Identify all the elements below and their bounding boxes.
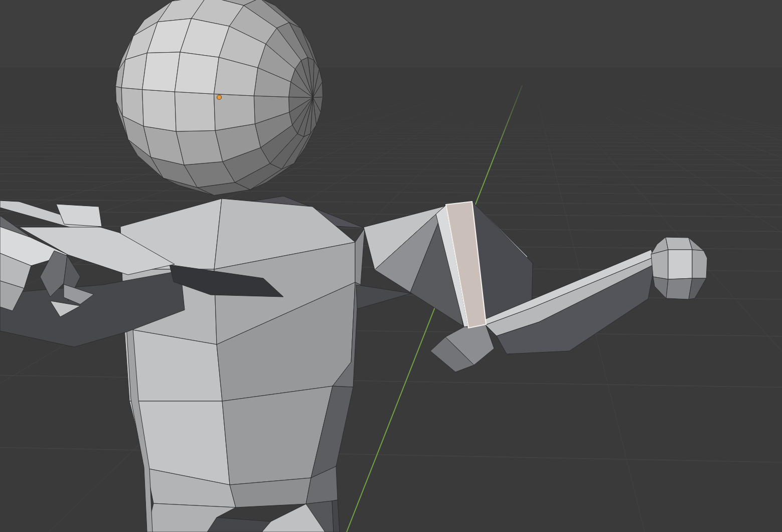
- head-face[interactable]: [176, 130, 223, 165]
- fist-top[interactable]: [666, 237, 692, 250]
- blender-3d-viewport[interactable]: [0, 0, 782, 532]
- fist-right[interactable]: [692, 250, 707, 278]
- background-upper: [0, 0, 782, 68]
- fist-center[interactable]: [668, 250, 692, 279]
- head-face[interactable]: [175, 52, 219, 94]
- object-origin-dot: [217, 95, 222, 100]
- fist-bottom[interactable]: [666, 278, 692, 299]
- origin-dot: [217, 95, 222, 100]
- right-fist[interactable]: [651, 237, 707, 299]
- head-face[interactable]: [142, 52, 180, 92]
- viewport-canvas[interactable]: [0, 0, 782, 532]
- head-face[interactable]: [175, 92, 215, 131]
- fist-left[interactable]: [651, 250, 668, 279]
- head-face[interactable]: [142, 90, 177, 132]
